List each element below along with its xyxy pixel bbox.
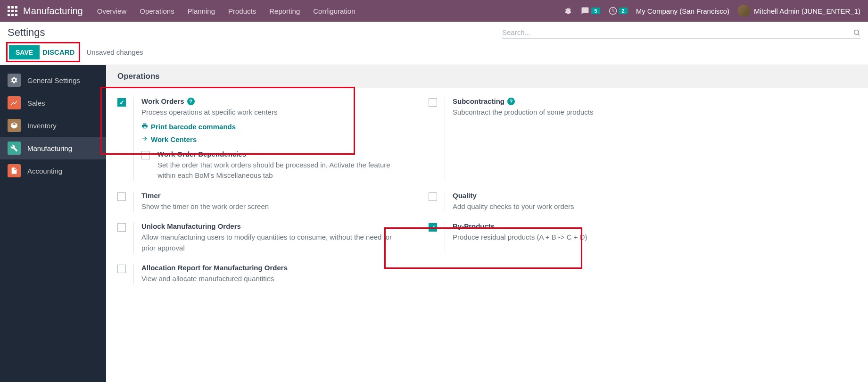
- messages-badge: 5: [591, 8, 600, 14]
- nav-operations[interactable]: Operations: [140, 7, 174, 15]
- setting-work-order-deps: Work Order Dependencies Set the order th…: [141, 150, 400, 181]
- setting-title: Work Orders: [141, 97, 184, 105]
- sidebar-item-label: Manufacturing: [27, 144, 72, 152]
- section-title: Operations: [106, 65, 868, 88]
- link-work-centers[interactable]: Work Centers: [141, 135, 400, 143]
- app-brand[interactable]: Manufacturing: [23, 6, 83, 17]
- setting-timer: Timer Show the timer on the work order s…: [117, 192, 400, 212]
- sidebar-item-label: Sales: [27, 99, 45, 107]
- company-selector[interactable]: My Company (San Francisco): [636, 7, 729, 15]
- wrench-icon: [8, 142, 21, 155]
- activities-badge: 2: [619, 8, 628, 14]
- setting-title: Unlock Manufacturing Orders: [141, 222, 241, 230]
- sidebar-item-label: Inventory: [27, 122, 57, 130]
- help-icon[interactable]: ?: [187, 98, 195, 105]
- setting-desc: Process operations at specific work cent…: [141, 107, 400, 118]
- setting-title: Subcontracting: [453, 97, 504, 105]
- debug-icon[interactable]: [564, 7, 572, 15]
- setting-title: By-Products: [453, 222, 495, 230]
- search-input[interactable]: [502, 28, 853, 36]
- sidebar-item-label: Accounting: [27, 167, 62, 175]
- gear-icon: [8, 74, 21, 87]
- nav-planning[interactable]: Planning: [188, 7, 215, 15]
- checkbox-quality[interactable]: [429, 192, 437, 201]
- top-navbar: Manufacturing Overview Operations Planni…: [0, 0, 868, 22]
- box-icon: [8, 119, 21, 132]
- sidebar-item-general[interactable]: General Settings: [0, 69, 106, 92]
- setting-subcontracting: Subcontracting ? Subcontract the product…: [429, 97, 711, 181]
- checkbox-work-orders[interactable]: [117, 98, 126, 107]
- sidebar-item-label: General Settings: [27, 76, 80, 84]
- setting-desc: Produce residual products (A + B -> C + …: [453, 232, 711, 243]
- chart-icon: [8, 96, 21, 109]
- svg-line-2: [858, 34, 860, 35]
- settings-content: Operations Work Orders ? Process operati…: [106, 65, 868, 382]
- setting-work-orders: Work Orders ? Process operations at spec…: [117, 97, 400, 181]
- discard-button[interactable]: DISCARD: [40, 45, 77, 59]
- search-bar: [502, 26, 860, 39]
- setting-desc: Show the timer on the work order screen: [141, 201, 400, 212]
- user-menu[interactable]: Mitchell Admin (JUNE_ENTER_1): [738, 5, 860, 17]
- setting-desc: Add quality checks to your work orders: [453, 201, 711, 212]
- arrow-right-icon: [141, 135, 148, 143]
- setting-desc: Subcontract the production of some produ…: [453, 107, 711, 118]
- checkbox-timer[interactable]: [117, 192, 126, 201]
- save-button[interactable]: SAVE: [9, 45, 40, 59]
- setting-quality: Quality Add quality checks to your work …: [429, 192, 711, 212]
- document-icon: [8, 164, 21, 177]
- setting-allocation: Allocation Report for Manufacturing Orde…: [117, 264, 400, 284]
- checkbox-subcontracting[interactable]: [429, 98, 437, 107]
- user-name: Mitchell Admin (JUNE_ENTER_1): [754, 7, 860, 15]
- setting-title: Quality: [453, 192, 477, 200]
- control-panel: Settings SAVE DISCARD Unsaved changes: [0, 22, 868, 65]
- avatar: [738, 5, 750, 17]
- nav-overview[interactable]: Overview: [97, 7, 127, 15]
- setting-title: Timer: [141, 192, 161, 200]
- setting-byproducts: By-Products Produce residual products (A…: [429, 222, 711, 253]
- sidebar-item-inventory[interactable]: Inventory: [0, 114, 106, 137]
- print-icon: [141, 123, 148, 131]
- setting-desc: Allow manufacturing users to modify quan…: [141, 232, 400, 253]
- svg-point-1: [854, 30, 859, 34]
- setting-desc: View and allocate manufactured quantitie…: [141, 274, 400, 284]
- main: General Settings Sales Inventory Manufac…: [0, 65, 868, 382]
- page-title: Settings: [8, 26, 143, 39]
- link-print-barcode[interactable]: Print barcode commands: [141, 123, 400, 131]
- search-icon[interactable]: [853, 29, 860, 36]
- unsaved-status: Unsaved changes: [86, 48, 143, 56]
- nav-products[interactable]: Products: [228, 7, 256, 15]
- messages-icon[interactable]: 5: [581, 7, 600, 15]
- setting-title: Work Order Dependencies: [157, 150, 246, 158]
- setting-unlock: Unlock Manufacturing Orders Allow manufa…: [117, 222, 400, 253]
- sidebar-item-sales[interactable]: Sales: [0, 92, 106, 114]
- checkbox-allocation[interactable]: [117, 265, 126, 273]
- setting-title: Allocation Report for Manufacturing Orde…: [141, 264, 288, 272]
- setting-desc: Set the order that work orders should be…: [157, 160, 400, 181]
- checkbox-wo-deps[interactable]: [141, 151, 150, 159]
- sidebar-item-manufacturing[interactable]: Manufacturing: [0, 137, 106, 159]
- activities-icon[interactable]: 2: [609, 7, 628, 15]
- settings-sidebar: General Settings Sales Inventory Manufac…: [0, 65, 106, 382]
- nav-configuration[interactable]: Configuration: [313, 7, 355, 15]
- apps-menu-icon[interactable]: [8, 6, 17, 16]
- help-icon[interactable]: ?: [507, 98, 515, 105]
- checkbox-byproducts[interactable]: [429, 223, 437, 232]
- nav-reporting[interactable]: Reporting: [269, 7, 300, 15]
- sidebar-item-accounting[interactable]: Accounting: [0, 159, 106, 182]
- checkbox-unlock[interactable]: [117, 223, 126, 232]
- nav-menu: Overview Operations Planning Products Re…: [97, 7, 355, 15]
